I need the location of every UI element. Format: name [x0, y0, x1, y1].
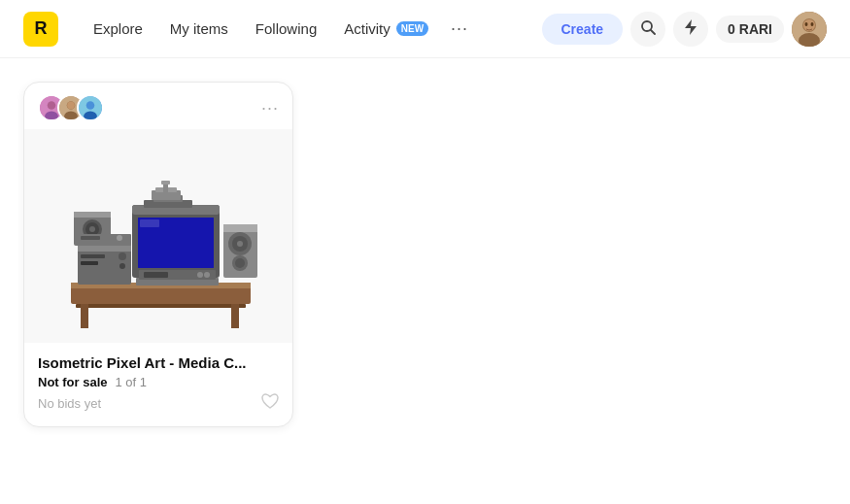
svg-rect-21 [81, 304, 88, 328]
svg-rect-52 [144, 272, 168, 278]
svg-point-13 [64, 111, 78, 120]
main-nav: Explore My items Following Activity NEW … [82, 14, 519, 45]
search-button[interactable] [630, 12, 665, 47]
card-info: Isometric Pixel Art - Media C... Not for… [24, 343, 292, 426]
svg-point-16 [86, 101, 95, 110]
svg-rect-58 [163, 183, 168, 196]
sale-status: Not for sale [38, 375, 108, 389]
nav-item-following[interactable]: Following [244, 15, 328, 43]
svg-rect-30 [74, 212, 111, 218]
nav-label-explore: Explore [93, 20, 143, 37]
new-badge: NEW [396, 21, 428, 36]
card-artwork[interactable] [24, 129, 292, 343]
pixel-art [24, 129, 292, 343]
svg-point-57 [117, 235, 122, 241]
rari-balance-button[interactable]: 0 RARI [716, 16, 784, 43]
svg-rect-56 [81, 236, 100, 240]
nav-label-following: Following [255, 20, 317, 37]
rari-balance-text: 0 RARI [728, 21, 772, 37]
bid-status: No bids yet [38, 396, 101, 411]
header: R Explore My items Following Activity NE… [0, 0, 850, 58]
header-right: Create 0 RARI [542, 12, 828, 47]
svg-point-47 [237, 241, 243, 247]
svg-point-54 [204, 272, 210, 278]
card-meta: Not for sale 1 of 1 [38, 375, 279, 389]
svg-point-6 [805, 22, 808, 26]
svg-point-33 [89, 226, 95, 232]
svg-point-49 [235, 258, 245, 268]
svg-point-9 [48, 101, 56, 110]
svg-point-7 [811, 22, 814, 26]
svg-rect-38 [140, 219, 159, 227]
nav-label-activity: Activity [344, 20, 391, 37]
card-title: Isometric Pixel Art - Media C... [38, 354, 279, 371]
search-icon [640, 19, 656, 39]
nav-item-my-items[interactable]: My items [158, 15, 240, 43]
card-options-button[interactable]: ··· [261, 99, 279, 117]
svg-rect-26 [81, 261, 98, 265]
svg-rect-20 [76, 304, 246, 308]
nft-card: ··· [23, 82, 293, 427]
svg-point-53 [197, 272, 203, 278]
svg-point-28 [119, 263, 125, 269]
card-header: ··· [24, 83, 292, 129]
main-content: ··· [0, 58, 850, 451]
svg-rect-22 [231, 304, 239, 328]
svg-rect-59 [161, 181, 170, 185]
creator-avatar-3[interactable] [77, 94, 104, 121]
lightning-button[interactable] [673, 12, 708, 47]
svg-rect-44 [223, 224, 257, 232]
svg-point-27 [119, 252, 126, 260]
svg-point-10 [45, 111, 58, 120]
card-footer: No bids yet [38, 393, 279, 413]
user-avatar[interactable] [792, 12, 827, 47]
nav-item-activity[interactable]: Activity NEW [332, 15, 440, 43]
nav-item-explore[interactable]: Explore [82, 15, 154, 43]
favorite-button[interactable] [261, 393, 279, 413]
avatar-image [792, 12, 827, 47]
more-menu-button[interactable]: ··· [444, 14, 475, 45]
logo[interactable]: R [23, 12, 58, 47]
svg-line-1 [651, 30, 655, 34]
card-creator-avatars [38, 94, 104, 121]
svg-rect-25 [81, 254, 105, 258]
create-button[interactable]: Create [542, 14, 624, 45]
edition-info: 1 of 1 [116, 375, 148, 389]
nav-label-my-items: My items [170, 20, 228, 37]
svg-point-14 [67, 102, 75, 110]
svg-point-17 [84, 111, 97, 120]
lightning-icon [684, 18, 697, 40]
